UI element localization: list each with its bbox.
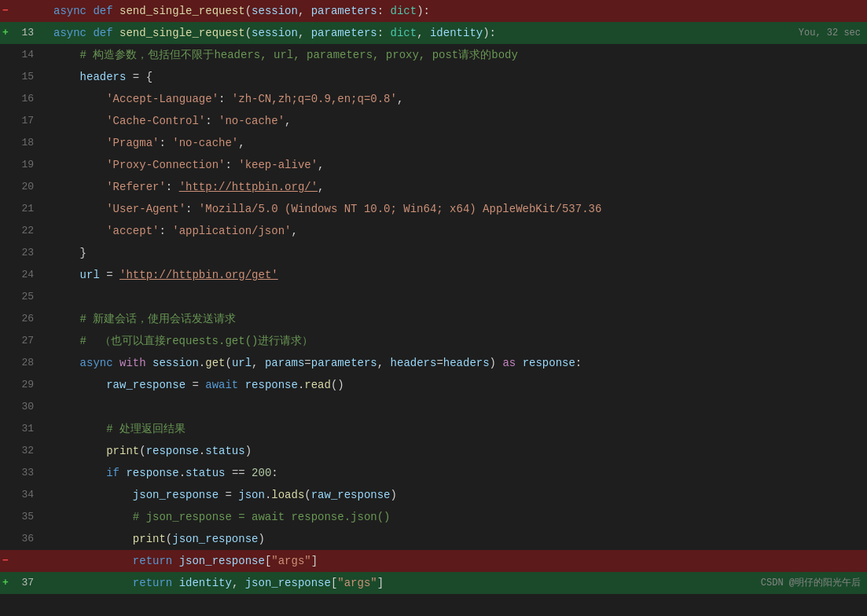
line-number: 27 — [11, 330, 39, 352]
line-number: 17 — [11, 110, 39, 132]
code-line: 36 print(json_response) — [0, 528, 867, 550]
line-gutter: 20 — [0, 176, 47, 198]
code-line: 15 headers = { — [0, 66, 867, 88]
line-content: return json_response["args"] — [47, 550, 867, 572]
line-gutter: + 37 — [0, 572, 47, 594]
line-content: url = 'http://httpbin.org/get' — [47, 264, 867, 286]
line-content: # json_response = await response.json() — [47, 506, 867, 528]
line-number: 28 — [11, 352, 39, 374]
code-line: 30 — [0, 396, 867, 418]
line-number: 20 — [11, 176, 39, 198]
line-gutter: 29 — [0, 374, 47, 396]
line-content: headers = { — [47, 66, 867, 88]
code-line: 21 'User-Agent': 'Mozilla/5.0 (Windows N… — [0, 198, 867, 220]
annotation-watermark: CSDN @明仔的阳光午后 — [761, 572, 861, 594]
line-content: async def send_single_request(session, p… — [47, 22, 867, 44]
line-gutter: + 13 — [0, 22, 47, 44]
code-line: 20 'Referer': 'http://httpbin.org/', — [0, 176, 867, 198]
code-line: − return json_response["args"] — [0, 550, 867, 572]
code-line: 32 print(response.status) — [0, 440, 867, 462]
line-gutter: 23 — [0, 242, 47, 264]
code-line: 29 raw_response = await response.read() — [0, 374, 867, 396]
line-gutter: 22 — [0, 220, 47, 242]
line-gutter: 30 — [0, 396, 47, 418]
diff-minus-icon: − — [0, 550, 11, 572]
line-content: 'Referer': 'http://httpbin.org/', — [47, 176, 867, 198]
line-number: 14 — [11, 44, 39, 66]
code-line: 17 'Cache-Control': 'no-cache', — [0, 110, 867, 132]
line-content: print(response.status) — [47, 440, 867, 462]
line-content: # 构造参数，包括但不限于headers, url, parameters, p… — [47, 44, 867, 66]
line-number: 36 — [11, 528, 39, 550]
line-gutter: 21 — [0, 198, 47, 220]
line-content: 'User-Agent': 'Mozilla/5.0 (Windows NT 1… — [47, 198, 867, 220]
line-content: async def send_single_request(session, p… — [47, 0, 867, 22]
line-gutter: 34 — [0, 484, 47, 506]
line-gutter: 36 — [0, 528, 47, 550]
line-number: 29 — [11, 374, 39, 396]
diff-plus-icon: + — [0, 22, 11, 44]
line-gutter: 28 — [0, 352, 47, 374]
line-number: 25 — [11, 286, 39, 308]
diff-minus-icon: − — [0, 0, 11, 22]
line-number: 33 — [11, 462, 39, 484]
code-line: 14 # 构造参数，包括但不限于headers, url, parameters… — [0, 44, 867, 66]
code-line: 33 if response.status == 200: — [0, 462, 867, 484]
line-gutter: 35 — [0, 506, 47, 528]
line-gutter: 27 — [0, 330, 47, 352]
code-line: 35 # json_response = await response.json… — [0, 506, 867, 528]
line-content — [47, 396, 867, 418]
code-line: − async def send_single_request(session,… — [0, 0, 867, 22]
code-line: 27 # （也可以直接requests.get()进行请求） — [0, 330, 867, 352]
line-gutter: 25 — [0, 286, 47, 308]
code-line: 28 async with session.get(url, params=pa… — [0, 352, 867, 374]
line-number: 34 — [11, 484, 39, 506]
line-gutter: 33 — [0, 462, 47, 484]
line-content: async with session.get(url, params=param… — [47, 352, 867, 374]
code-line: + 13 async def send_single_request(sessi… — [0, 22, 867, 44]
code-line: 26 # 新建会话，使用会话发送请求 — [0, 308, 867, 330]
line-number: 35 — [11, 506, 39, 528]
line-gutter: 16 — [0, 88, 47, 110]
line-content: } — [47, 242, 867, 264]
line-number: 21 — [11, 198, 39, 220]
line-content: json_response = json.loads(raw_response) — [47, 484, 867, 506]
line-gutter: 14 — [0, 44, 47, 66]
code-line: 19 'Proxy-Connection': 'keep-alive', — [0, 154, 867, 176]
line-gutter: 17 — [0, 110, 47, 132]
line-content: 'Cache-Control': 'no-cache', — [47, 110, 867, 132]
code-line: 23 } — [0, 242, 867, 264]
line-gutter: 19 — [0, 154, 47, 176]
line-content: 'Pragma': 'no-cache', — [47, 132, 867, 154]
line-content: print(json_response) — [47, 528, 867, 550]
line-content: return identity, json_response["args"] — [47, 572, 867, 594]
line-content: if response.status == 200: — [47, 462, 867, 484]
line-number: 26 — [11, 308, 39, 330]
line-gutter: 31 — [0, 418, 47, 440]
line-gutter: − — [0, 550, 47, 572]
line-number: 37 — [11, 572, 39, 594]
line-content: raw_response = await response.read() — [47, 374, 867, 396]
diff-plus-icon: + — [0, 572, 11, 594]
line-content: 'Proxy-Connection': 'keep-alive', — [47, 154, 867, 176]
code-line: + 37 return identity, json_response["arg… — [0, 572, 867, 594]
line-number: 32 — [11, 440, 39, 462]
line-number: 18 — [11, 132, 39, 154]
line-number: 31 — [11, 418, 39, 440]
annotation: You, 32 sec — [799, 22, 861, 44]
code-editor: − async def send_single_request(session,… — [0, 0, 867, 616]
line-gutter: 26 — [0, 308, 47, 330]
line-number: 23 — [11, 242, 39, 264]
code-line: 24 url = 'http://httpbin.org/get' — [0, 264, 867, 286]
code-line: 18 'Pragma': 'no-cache', — [0, 132, 867, 154]
line-number: 15 — [11, 66, 39, 88]
line-content: # （也可以直接requests.get()进行请求） — [47, 330, 867, 352]
line-gutter: 24 — [0, 264, 47, 286]
line-number: 19 — [11, 154, 39, 176]
line-gutter: 32 — [0, 440, 47, 462]
line-number: 16 — [11, 88, 39, 110]
line-content: # 新建会话，使用会话发送请求 — [47, 308, 867, 330]
line-gutter: − — [0, 0, 47, 22]
line-gutter: 15 — [0, 66, 47, 88]
code-line: 16 'Accept-Language': 'zh-CN,zh;q=0.9,en… — [0, 88, 867, 110]
